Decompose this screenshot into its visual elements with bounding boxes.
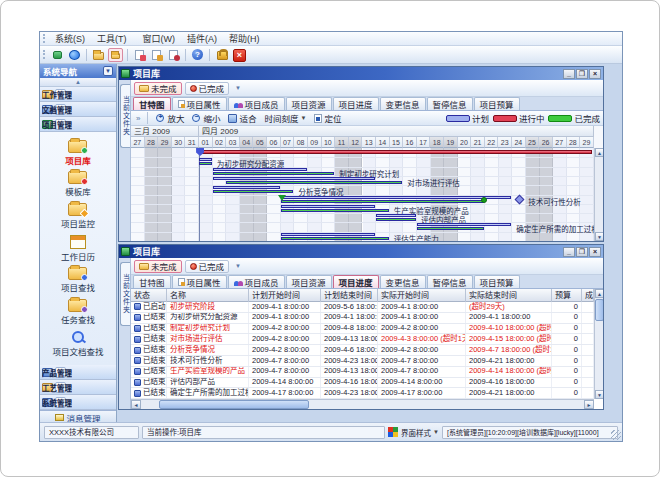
table-row[interactable]: 已结束确定生产所需的加工过程2009-4-17 8:00:002009-4-23… [131, 388, 594, 399]
minimize-icon[interactable]: _ [563, 69, 575, 79]
sidebar-item-项目库[interactable]: 项目库 [65, 140, 91, 166]
scroll-right-icon[interactable]: ► [584, 400, 594, 409]
tab-项目预算[interactable]: 项目预算 [474, 275, 520, 288]
computer-icon[interactable] [50, 48, 65, 62]
tab-变更信息[interactable]: 变更信息 [380, 275, 426, 288]
column-header-成[interactable]: 成 [582, 289, 594, 302]
scroll-down-icon[interactable]: ▼ [595, 232, 603, 241]
filter-button-已完成[interactable]: 已完成 [185, 82, 230, 95]
folder-open-icon[interactable] [108, 48, 123, 62]
scroll-up-icon[interactable]: ▲ [595, 148, 603, 157]
lock-icon[interactable] [214, 48, 229, 62]
sidebar-item-模板库[interactable]: 模板库 [65, 171, 91, 197]
tab-项目预算[interactable]: 项目预算 [474, 97, 520, 110]
tab-项目进度[interactable]: 项目进度 [333, 275, 379, 288]
tab-项目属性[interactable]: 项目属性 [172, 275, 227, 288]
tab-项目成员[interactable]: 项目成员 [228, 275, 285, 288]
sidebar-group-0[interactable]: 工作管理▼ [40, 87, 116, 102]
table-body[interactable]: 已启动初步研究阶段2009-4-1 8:00:002009-5-6 18:00:… [131, 302, 594, 399]
table-vertical-scrollbar[interactable]: ▲ ▼ [594, 289, 603, 399]
report-edit-icon[interactable] [149, 48, 164, 62]
table-row[interactable]: 已结束制定初步研究计划2009-4-2 8:00:002009-4-8 18:0… [131, 324, 594, 335]
scrollbar-thumb[interactable] [159, 400, 309, 409]
tab-暂停信息[interactable]: 暂停信息 [427, 97, 473, 110]
gantt-tool-定位[interactable]: 定位 [311, 112, 344, 124]
interface-style-dropdown[interactable]: 界面样式 ▼ [401, 427, 439, 438]
filter-button-未完成[interactable]: 未完成 [134, 82, 182, 95]
sidebar-item-项目查找[interactable]: 项目查找 [61, 267, 95, 293]
globe-icon[interactable] [67, 48, 82, 62]
table-row[interactable]: 已结束技术可行性分析2009-4-7 8:00:002009-4-23 18:0… [131, 356, 594, 367]
tab-项目成员[interactable]: 项目成员 [228, 97, 285, 110]
menu-item-3[interactable]: 窗口(W) [137, 32, 182, 45]
table-row[interactable]: 已启动初步研究阶段2009-4-1 8:00:002009-5-6 18:00:… [131, 302, 594, 313]
gantt-tool-缩小[interactable]: 缩小 [189, 112, 223, 124]
tab-甘特图[interactable]: 甘特图 [133, 275, 171, 288]
table-row[interactable]: 已结束评估内部产品2009-4-14 8:00:002009-4-16 18:0… [131, 378, 594, 389]
tab-项目资源[interactable]: 项目资源 [286, 275, 332, 288]
folder-closed-icon[interactable] [91, 48, 106, 62]
filter-button-已完成[interactable]: 已完成 [185, 260, 230, 273]
report-new-icon[interactable] [132, 48, 147, 62]
progress-panel-titlebar[interactable]: 项目库 _ ❐ × [119, 245, 603, 258]
scrollbar-thumb[interactable] [595, 299, 603, 321]
sidebar-group-1[interactable]: 文档管理▼ [40, 102, 116, 117]
sidebar-item-项目文档查找[interactable]: 项目文档查找 [52, 330, 103, 357]
gantt-canvas[interactable]: 为初步研究分配资源制定初步研究计划对市场进行评估分析竞争情况技术可行性分析生产实… [131, 148, 594, 241]
table-row[interactable]: 已结束分析竞争情况2009-4-2 8:00:002009-4-6 18:00:… [131, 345, 594, 356]
tab-暂停信息[interactable]: 暂停信息 [427, 275, 473, 288]
column-header-状态[interactable]: 状态 [131, 289, 167, 302]
resize-grip[interactable] [611, 430, 621, 440]
tab-项目属性[interactable]: 项目属性 [172, 97, 227, 110]
sidebar-item-任务查找[interactable]: 任务查找 [61, 299, 95, 325]
exit-icon[interactable] [231, 48, 246, 62]
menu-item-1[interactable]: 工具(T) [91, 32, 133, 45]
gantt-tool-时间刻度[interactable]: 时间刻度▼ [262, 112, 310, 124]
scroll-up-icon[interactable]: ▲ [595, 289, 603, 298]
gantt-tool-适合[interactable]: 适合 [225, 112, 259, 124]
tab-甘特图[interactable]: 甘特图 [133, 97, 171, 110]
table-row[interactable]: 已结束为初步研究分配资源2009-4-1 8:00:002009-4-1 18:… [131, 313, 594, 324]
gantt-vertical-scrollbar[interactable]: ▲ ▼ [594, 148, 603, 241]
tab-项目资源[interactable]: 项目资源 [286, 97, 332, 110]
sidebar-scroll-up[interactable]: ▲ [40, 78, 116, 87]
current-folder-tab[interactable]: 当前文件夹 [120, 262, 130, 326]
report-delete-icon[interactable] [166, 48, 181, 62]
tab-变更信息[interactable]: 变更信息 [380, 97, 426, 110]
minimize-icon[interactable]: _ [563, 247, 575, 257]
sidebar-group-4[interactable]: 工艺管理▼ [40, 380, 116, 395]
column-header-计划开始时间[interactable]: 计划开始时间 [249, 289, 321, 302]
close-icon[interactable]: × [589, 247, 601, 257]
column-header-预算[interactable]: 预算 [552, 289, 582, 302]
column-header-计划结束时间[interactable]: 计划结束时间 [321, 289, 378, 302]
pin-icon[interactable]: ▼ [103, 66, 113, 76]
column-header-实际结束时间[interactable]: 实际结束时间 [466, 289, 552, 302]
column-header-实际开始时间[interactable]: 实际开始时间 [378, 289, 466, 302]
scroll-left-icon[interactable]: ◄ [131, 400, 141, 409]
sidebar-group-5[interactable]: 系统管理▼ [40, 395, 116, 410]
menu-item-4[interactable]: 插件(A) [181, 32, 223, 45]
chevron-down-icon[interactable]: ▼ [232, 263, 244, 269]
tab-项目进度[interactable]: 项目进度 [333, 97, 379, 110]
current-folder-tab[interactable]: 当前文件夹 [120, 84, 130, 148]
menu-item-5[interactable]: 帮助(H) [223, 32, 266, 45]
chevron-down-icon[interactable]: ▼ [232, 85, 244, 91]
gantt-panel-titlebar[interactable]: 项目库 _ ❐ × [119, 67, 603, 80]
restore-icon[interactable]: ❐ [576, 247, 588, 257]
close-icon[interactable]: × [589, 69, 601, 79]
sidebar-item-工作日历[interactable]: 工作日历 [61, 235, 95, 262]
sidebar-group-2[interactable]: 项目管理▲ [40, 117, 116, 132]
gantt-tool-放大[interactable]: 放大 [153, 112, 187, 124]
table-row[interactable]: 已结束生产实验室规模的产品2009-4-7 8:00:002009-4-13 1… [131, 367, 594, 378]
scroll-down-icon[interactable]: ▼ [595, 390, 603, 399]
table-row[interactable]: 已结束对市场进行评估2009-4-2 8:00:002009-4-13 18:0… [131, 334, 594, 345]
sidebar-item-项目监控[interactable]: 项目监控 [61, 203, 95, 229]
sidebar-group-3[interactable]: 产品管理▼ [40, 365, 116, 380]
column-header-名称[interactable]: 名称 [167, 289, 249, 302]
menu-item-0[interactable]: 系统(S) [49, 32, 91, 45]
overflow-chevron-icon[interactable]: » [134, 114, 142, 123]
filter-button-未完成[interactable]: 未完成 [134, 260, 182, 273]
restore-icon[interactable]: ❐ [576, 69, 588, 79]
help-icon[interactable] [190, 48, 205, 62]
table-horizontal-scrollbar[interactable]: ◄ ► [131, 399, 594, 409]
